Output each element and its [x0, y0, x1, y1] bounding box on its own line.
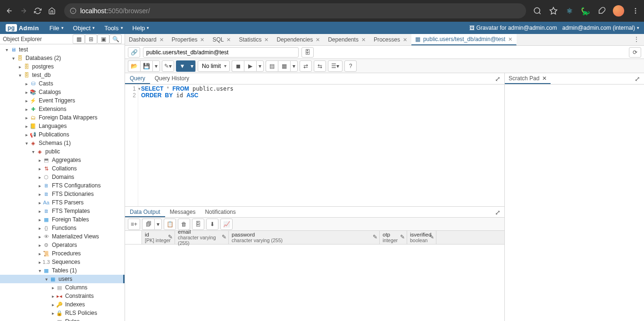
back-button[interactable] [4, 5, 15, 17]
tab-query-history[interactable]: Query History [150, 73, 194, 84]
tree-item[interactable]: ▸⬡Domains [0, 173, 125, 181]
panel-tab[interactable]: SQL ✕ [209, 34, 235, 45]
url-bar[interactable]: localhost:5050/browser/ [64, 3, 526, 18]
filter-button[interactable]: ▼ [176, 60, 188, 72]
close-icon[interactable]: ✕ [508, 36, 512, 42]
explorer-search-button[interactable]: 🔍 [109, 34, 122, 44]
download-button[interactable]: ⬇ [206, 219, 218, 230]
scratch-pad-body[interactable] [505, 84, 644, 321]
explorer-grid-button[interactable]: ⊞ [85, 34, 97, 44]
zoom-icon[interactable] [533, 6, 542, 16]
column-header[interactable] [125, 231, 142, 244]
tree-item[interactable]: ▸📢Publications [0, 130, 125, 139]
tree-item[interactable]: ▾▦users [0, 275, 125, 283]
bookmark-icon[interactable] [549, 6, 558, 16]
tree-item[interactable]: ▸▦Foreign Tables [0, 215, 125, 224]
scratch-expand[interactable]: ⤢ [631, 73, 644, 84]
close-icon[interactable]: ✕ [403, 37, 407, 43]
chart-button[interactable]: 📈 [220, 219, 233, 230]
explain-analyze-button[interactable]: ▦ [278, 60, 290, 72]
reload-button[interactable] [32, 5, 43, 17]
copy-dropdown[interactable]: ▾ [154, 219, 162, 230]
explorer-terminal-button[interactable]: ▣ [97, 34, 109, 44]
close-icon[interactable]: ✕ [159, 37, 164, 43]
object-tree[interactable]: ▾🖥test▾🗄Databases (2)▸🗄postgres▾🗄test_db… [0, 44, 125, 321]
sql-editor[interactable]: 1▾ 2 SELECT * FROM public.users ORDER BY… [125, 84, 504, 206]
results-grid-body[interactable] [125, 245, 504, 321]
macros-button[interactable]: ☰▾ [328, 60, 343, 72]
dino-ext-icon[interactable]: 🦕 [581, 6, 590, 16]
save-button[interactable]: 💾 [140, 60, 152, 72]
tree-item[interactable]: ▸🗂Foreign Data Wrappers [0, 113, 125, 122]
tab-scratch-pad[interactable]: Scratch Pad ✕ [505, 73, 551, 84]
tree-item[interactable]: ▾▦Tables (1) [0, 266, 125, 275]
column-header[interactable]: isverifiedboolean✎ [407, 231, 436, 244]
tree-item[interactable]: ▸⚡Event Triggers [0, 96, 125, 105]
tree-item[interactable]: ▸⇅Collations [0, 164, 125, 173]
tree-item[interactable]: ▸⛁Casts [0, 79, 125, 88]
forward-button[interactable] [18, 5, 29, 17]
edit-column-icon[interactable]: ✎ [168, 234, 173, 240]
limit-select[interactable]: No limit [198, 60, 230, 72]
tree-item[interactable]: ▸📒Languages [0, 122, 125, 130]
tree-item[interactable]: ▸👁Materialized Views [0, 232, 125, 241]
filter-dropdown[interactable]: ▾ [188, 60, 196, 72]
explorer-filter-button[interactable]: ▦ [73, 34, 85, 44]
close-icon[interactable]: ✕ [226, 37, 231, 43]
explain-button[interactable]: ▤ [266, 60, 278, 72]
tree-item[interactable]: ▸⚙Operators [0, 241, 125, 249]
copy-button[interactable]: 🗐 [142, 219, 154, 230]
menu-object[interactable]: Object ▾ [68, 23, 100, 34]
tab-notifications[interactable]: Notifications [200, 207, 240, 217]
commit-button[interactable]: ⇄ [300, 60, 312, 72]
tab-query[interactable]: Query [125, 73, 150, 84]
tree-item[interactable]: ▸🗄postgres [0, 62, 125, 71]
pgadmin-logo[interactable]: pgAdmin [0, 24, 45, 32]
edit-column-icon[interactable]: ✎ [373, 234, 377, 240]
add-row-button[interactable]: ≡+ [128, 219, 140, 230]
tree-item[interactable]: ▸✚Extensions [0, 105, 125, 113]
rollback-button[interactable]: ⇆ [314, 60, 326, 72]
panel-tab[interactable]: Statistics ✕ [235, 34, 273, 45]
tree-item[interactable]: ▸🔒RLS Policies [0, 309, 125, 317]
column-header[interactable]: passwordcharacter varying (255)✎ [229, 231, 380, 244]
tree-item[interactable]: ▸{}Functions [0, 224, 125, 232]
reset-layout-button[interactable]: ⟳ [629, 47, 641, 58]
db-picker-button[interactable]: 🗄 [301, 47, 314, 58]
tree-item[interactable]: ▸🗎FTS Configurations [0, 181, 125, 190]
connection-button[interactable]: 🔗 [128, 47, 140, 58]
tree-item[interactable]: ▾🖥test [0, 45, 125, 54]
edit-column-icon[interactable]: ✎ [429, 234, 434, 240]
close-icon[interactable]: ✕ [361, 37, 366, 43]
edit-button[interactable]: ✎▾ [162, 60, 174, 72]
more-icon[interactable] [631, 6, 640, 16]
panel-tab[interactable]: Processes ✕ [370, 34, 411, 45]
close-icon[interactable]: ✕ [542, 75, 547, 82]
panel-tab[interactable]: Properties ✕ [168, 34, 209, 45]
column-header[interactable]: id[PK] integer✎ [142, 231, 175, 244]
tree-item[interactable]: ▸🔑Indexes [0, 300, 125, 309]
tree-item[interactable]: ▸▣Rules [0, 317, 125, 321]
tree-item[interactable]: ▸1.3Sequences [0, 258, 125, 266]
execute-dropdown[interactable]: ▾ [256, 60, 264, 72]
tree-item[interactable]: ▾🗄Databases (2) [0, 54, 125, 62]
tree-item[interactable]: ▸🗎FTS Templates [0, 207, 125, 215]
stop-button[interactable]: ◼ [232, 60, 244, 72]
tree-item[interactable]: ▾◈public [0, 147, 125, 156]
profile-avatar[interactable] [613, 5, 624, 17]
tree-item[interactable]: ▸▤Columns [0, 283, 125, 292]
save-results-button[interactable]: 🗄 [192, 219, 204, 230]
close-icon[interactable]: ✕ [200, 37, 204, 43]
editor-expand[interactable]: ⤢ [491, 73, 504, 84]
tree-item[interactable]: ▸🗎FTS Dictionaries [0, 190, 125, 198]
edit-column-icon[interactable]: ✎ [222, 234, 226, 240]
open-file-button[interactable]: 📂 [128, 60, 140, 72]
menu-file[interactable]: File ▾ [45, 23, 68, 34]
paste-button[interactable]: 📋 [164, 219, 176, 230]
user-menu[interactable]: 🖼 Gravatar for admin@admin.com admin@adm… [465, 23, 644, 33]
column-header[interactable]: otpinteger✎ [380, 231, 407, 244]
edit-column-icon[interactable]: ✎ [400, 234, 405, 240]
tree-item[interactable]: ▾🗄test_db [0, 71, 125, 79]
tree-item[interactable]: ▸📚Catalogs [0, 88, 125, 96]
output-expand[interactable]: ⤢ [491, 207, 504, 217]
